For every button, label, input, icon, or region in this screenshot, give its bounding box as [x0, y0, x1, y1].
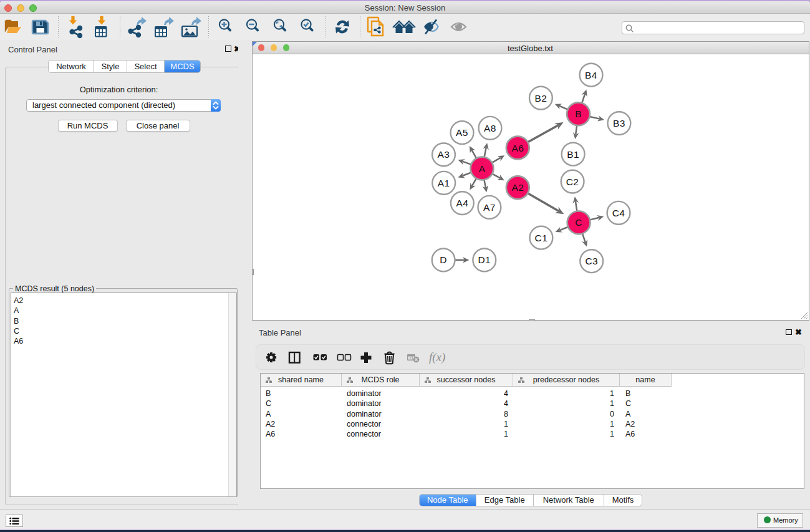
svg-text:A7: A7	[483, 202, 496, 213]
svg-text:f(x): f(x)	[429, 351, 445, 364]
svg-text:B3: B3	[613, 118, 625, 128]
svg-text:C2: C2	[566, 177, 579, 187]
svg-text:B2: B2	[534, 93, 547, 104]
svg-text:C3: C3	[585, 256, 598, 266]
svg-text:C: C	[575, 217, 582, 228]
svg-text:A1: A1	[437, 178, 450, 188]
svg-text:A: A	[478, 163, 485, 174]
svg-text:C4: C4	[612, 208, 625, 218]
svg-text:A3: A3	[437, 149, 450, 160]
svg-text:A4: A4	[456, 198, 468, 208]
svg-text:B4: B4	[585, 70, 597, 80]
svg-text:A6: A6	[511, 143, 524, 153]
svg-text:B: B	[575, 109, 582, 119]
svg-text:D: D	[440, 254, 447, 265]
svg-text:A8: A8	[484, 123, 496, 133]
svg-text:D1: D1	[478, 254, 491, 265]
svg-text:A5: A5	[456, 127, 468, 138]
svg-text:C1: C1	[534, 233, 547, 243]
svg-text:B1: B1	[567, 149, 579, 160]
svg-text:A2: A2	[511, 182, 524, 193]
